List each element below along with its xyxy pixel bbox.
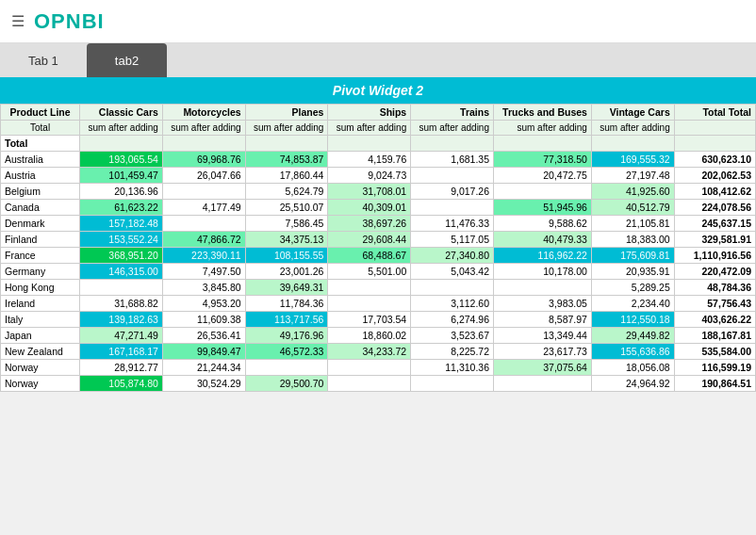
cell: 535,584.00 — [674, 344, 755, 360]
cell: 40,479.33 — [494, 232, 592, 248]
cell: 17,703.54 — [328, 312, 411, 328]
cell: 167,168.17 — [80, 344, 163, 360]
cell: 113,717.56 — [245, 312, 328, 328]
hamburger-icon[interactable]: ☰ — [11, 12, 25, 30]
app-header: ☰ OPNBI — [0, 0, 756, 43]
sub-total: Total — [1, 121, 80, 136]
cell: 108,412.62 — [674, 184, 755, 200]
cell: 5,624.79 — [245, 184, 328, 200]
cell: 24,964.92 — [591, 376, 674, 392]
table-row: Belgium20,136.965,624.7931,708.019,017.2… — [1, 184, 756, 200]
cell — [411, 376, 494, 392]
cell: 18,056.08 — [591, 360, 674, 376]
cell: 29,500.70 — [245, 376, 328, 392]
tabs-bar: Tab 1 tab2 — [0, 43, 756, 77]
cell — [328, 280, 411, 296]
cell: 20,472.75 — [494, 168, 592, 184]
cell — [411, 200, 494, 216]
cell: 116,599.19 — [674, 360, 755, 376]
col-ships: Ships — [328, 105, 411, 121]
cell — [494, 376, 592, 392]
cell: 20,136.96 — [80, 184, 163, 200]
tab-2[interactable]: tab2 — [87, 43, 167, 77]
table-row: Ireland31,688.824,953.2011,784.363,112.6… — [1, 296, 756, 312]
cell: 169,555.32 — [591, 152, 674, 168]
cell — [162, 184, 245, 200]
cell: 34,375.13 — [245, 232, 328, 248]
cell: 40,309.01 — [328, 200, 411, 216]
cell: 3,983.05 — [494, 296, 592, 312]
row-label: New Zealand — [1, 344, 80, 360]
cell: 11,609.38 — [162, 312, 245, 328]
cell: 193,065.54 — [80, 152, 163, 168]
row-label: Australia — [1, 152, 80, 168]
cell: 403,626.22 — [674, 312, 755, 328]
cell — [245, 360, 328, 376]
cell: 5,501.00 — [328, 264, 411, 280]
cell: 40,512.79 — [591, 200, 674, 216]
table-row: Germany146,315.007,497.5023,001.265,501.… — [1, 264, 756, 280]
cell: 47,866.72 — [162, 232, 245, 248]
cell: 31,688.82 — [80, 296, 163, 312]
cell — [591, 136, 674, 152]
sub-planes: sum after adding — [245, 121, 328, 136]
table-container[interactable]: Product Line Classic Cars Motorcycles Pl… — [0, 104, 756, 533]
cell: 49,176.96 — [245, 328, 328, 344]
cell: 105,874.80 — [80, 376, 163, 392]
cell: 1,681.35 — [411, 152, 494, 168]
row-label: Austria — [1, 168, 80, 184]
row-label: Ireland — [1, 296, 80, 312]
cell: 4,953.20 — [162, 296, 245, 312]
sub-moto: sum after adding — [162, 121, 245, 136]
cell: 5,043.42 — [411, 264, 494, 280]
row-label: Total — [1, 136, 80, 152]
tab-1[interactable]: Tab 1 — [0, 43, 87, 77]
cell: 57,756.43 — [674, 296, 755, 312]
cell: 8,587.97 — [494, 312, 592, 328]
widget-title: Pivot Widget 2 — [0, 77, 756, 104]
cell: 11,476.33 — [411, 216, 494, 232]
col-product-line: Product Line — [1, 105, 80, 121]
cell: 41,925.60 — [591, 184, 674, 200]
cell: 5,289.25 — [591, 280, 674, 296]
cell: 630,623.10 — [674, 152, 755, 168]
cell: 11,784.36 — [245, 296, 328, 312]
cell — [494, 280, 592, 296]
cell: 188,167.81 — [674, 328, 755, 344]
table-row: Norway28,912.7721,244.3411,310.3637,075.… — [1, 360, 756, 376]
table-row: Denmark157,182.487,586.4538,697.2611,476… — [1, 216, 756, 232]
cell — [162, 216, 245, 232]
cell — [674, 136, 755, 152]
row-label: Norway — [1, 376, 80, 392]
cell — [162, 136, 245, 152]
table-row: France368,951.20223,390.11108,155.5568,4… — [1, 248, 756, 264]
cell: 202,062.53 — [674, 168, 755, 184]
cell: 7,586.45 — [245, 216, 328, 232]
row-label: Finland — [1, 232, 80, 248]
cell: 10,178.00 — [494, 264, 592, 280]
cell: 3,523.67 — [411, 328, 494, 344]
row-label: Denmark — [1, 216, 80, 232]
cell: 190,864.51 — [674, 376, 755, 392]
cell: 223,390.11 — [162, 248, 245, 264]
cell: 4,177.49 — [162, 200, 245, 216]
cell: 74,853.87 — [245, 152, 328, 168]
cell: 28,912.77 — [80, 360, 163, 376]
cell: 146,315.00 — [80, 264, 163, 280]
cell: 1,110,916.56 — [674, 248, 755, 264]
cell: 329,581.91 — [674, 232, 755, 248]
cell: 9,588.62 — [494, 216, 592, 232]
cell: 18,383.00 — [591, 232, 674, 248]
cell — [411, 168, 494, 184]
cell: 157,182.48 — [80, 216, 163, 232]
cell — [328, 376, 411, 392]
sub-ships: sum after adding — [328, 121, 411, 136]
row-label: France — [1, 248, 80, 264]
cell — [411, 136, 494, 152]
row-label: Belgium — [1, 184, 80, 200]
cell: 112,550.18 — [591, 312, 674, 328]
cell: 6,274.96 — [411, 312, 494, 328]
cell: 220,472.09 — [674, 264, 755, 280]
cell: 175,609.81 — [591, 248, 674, 264]
cell: 8,225.72 — [411, 344, 494, 360]
